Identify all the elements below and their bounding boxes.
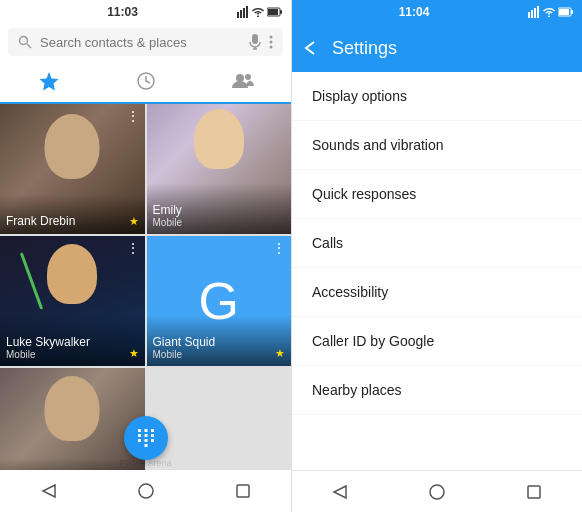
svg-rect-2 [243, 8, 245, 18]
luke-subtitle: Mobile [6, 349, 139, 360]
signal-icon-right [528, 6, 540, 18]
settings-item-calls[interactable]: Calls [292, 219, 582, 268]
svg-point-37 [548, 16, 550, 18]
settings-item-sounds-vibration[interactable]: Sounds and vibration [292, 121, 582, 170]
luke-star-icon: ★ [129, 347, 139, 360]
svg-rect-22 [151, 429, 154, 432]
svg-rect-26 [138, 439, 141, 442]
svg-marker-16 [39, 72, 58, 91]
svg-rect-1 [240, 10, 242, 18]
nav-back-right[interactable] [330, 482, 350, 502]
contact-jony[interactable]: Jony Ive ★ [0, 368, 145, 470]
settings-list: Display options Sounds and vibration Qui… [292, 72, 582, 470]
toolbar-right: Settings [292, 24, 582, 72]
svg-rect-23 [138, 434, 141, 437]
tab-favorites[interactable] [0, 60, 97, 102]
svg-rect-7 [280, 10, 282, 14]
svg-rect-27 [144, 439, 147, 442]
svg-rect-0 [237, 12, 239, 18]
nav-recents-left[interactable] [233, 481, 253, 501]
time-left: 11:03 [107, 5, 138, 19]
svg-marker-30 [43, 485, 55, 497]
luke-overlay: Luke Skywalker Mobile [0, 315, 145, 366]
giant-squid-subtitle: Mobile [153, 349, 286, 360]
settings-item-display-options[interactable]: Display options [292, 72, 582, 121]
luke-more-icon[interactable]: ⋮ [126, 241, 140, 255]
jony-overlay: Jony Ive [0, 458, 145, 470]
people-tab-icon [232, 70, 254, 92]
emily-name: Emily [153, 203, 286, 217]
nav-recents-right[interactable] [524, 482, 544, 502]
settings-item-nearby-places[interactable]: Nearby places [292, 366, 582, 415]
svg-rect-34 [531, 10, 533, 18]
svg-rect-24 [144, 434, 147, 437]
fab-dialpad-button[interactable] [124, 416, 168, 460]
giant-squid-star-icon: ★ [275, 347, 285, 360]
contact-giant-squid[interactable]: G Giant Squid Mobile ⋮ ★ [147, 236, 292, 366]
svg-rect-40 [571, 10, 573, 14]
status-bar-left: 11:03 [0, 0, 291, 24]
tab-bar [0, 60, 291, 104]
svg-rect-20 [138, 429, 141, 432]
svg-rect-33 [528, 12, 530, 18]
wifi-icon-right [543, 7, 555, 17]
wifi-icon [252, 7, 264, 17]
giant-squid-more-icon[interactable]: ⋮ [272, 241, 286, 255]
svg-rect-3 [246, 6, 248, 18]
giant-squid-name: Giant Squid [153, 335, 286, 349]
star-tab-icon [38, 70, 60, 92]
svg-point-8 [20, 37, 28, 45]
svg-rect-10 [252, 34, 258, 44]
status-bar-right: 11:04 [292, 0, 582, 24]
svg-point-15 [270, 46, 273, 49]
svg-point-14 [270, 41, 273, 44]
nav-bar-left [0, 470, 291, 512]
nav-bar-right [292, 470, 582, 512]
nav-back-left[interactable] [39, 481, 59, 501]
left-panel: 11:03 [0, 0, 291, 512]
svg-point-13 [270, 36, 273, 39]
contact-frank[interactable]: Frank Drebin ⋮ ★ [0, 104, 145, 234]
luke-name: Luke Skywalker [6, 335, 139, 349]
settings-item-quick-responses[interactable]: Quick responses [292, 170, 582, 219]
emily-subtitle: Mobile [153, 217, 286, 228]
svg-rect-35 [534, 8, 536, 18]
frank-more-icon[interactable]: ⋮ [126, 109, 140, 123]
settings-item-accessibility[interactable]: Accessibility [292, 268, 582, 317]
nav-home-left[interactable] [136, 481, 156, 501]
contact-luke[interactable]: Luke Skywalker Mobile ⋮ ★ [0, 236, 145, 366]
back-arrow-icon [300, 38, 320, 58]
settings-item-caller-id[interactable]: Caller ID by Google [292, 317, 582, 366]
svg-point-4 [257, 16, 259, 18]
mic-icon[interactable] [249, 34, 261, 50]
tab-contacts[interactable] [194, 60, 291, 102]
frank-name: Frank Drebin [6, 214, 139, 228]
tab-recent[interactable] [97, 60, 194, 102]
svg-rect-28 [151, 439, 154, 442]
battery-icon [267, 7, 283, 17]
giant-squid-overlay: Giant Squid Mobile [147, 315, 292, 366]
search-icon [18, 35, 32, 49]
svg-rect-39 [559, 9, 569, 15]
svg-rect-21 [144, 429, 147, 432]
signal-icon [237, 6, 249, 18]
frank-overlay: Frank Drebin [0, 194, 145, 234]
search-bar[interactable] [8, 28, 283, 56]
back-button[interactable] [300, 38, 320, 58]
nav-home-right[interactable] [427, 482, 447, 502]
svg-point-31 [139, 484, 153, 498]
search-input[interactable] [40, 35, 241, 50]
status-icons-left [237, 6, 283, 18]
svg-point-18 [236, 74, 244, 82]
svg-line-9 [27, 44, 31, 48]
svg-rect-43 [528, 486, 540, 498]
svg-point-19 [245, 74, 251, 80]
dialpad-icon [136, 428, 156, 448]
contact-emily[interactable]: Emily Mobile [147, 104, 292, 234]
more-icon[interactable] [269, 35, 273, 49]
toolbar-title: Settings [332, 38, 397, 59]
emily-overlay: Emily Mobile [147, 183, 292, 234]
svg-point-42 [430, 485, 444, 499]
svg-rect-32 [237, 485, 249, 497]
right-panel: 11:04 Settings Display options Sounds an… [291, 0, 582, 512]
